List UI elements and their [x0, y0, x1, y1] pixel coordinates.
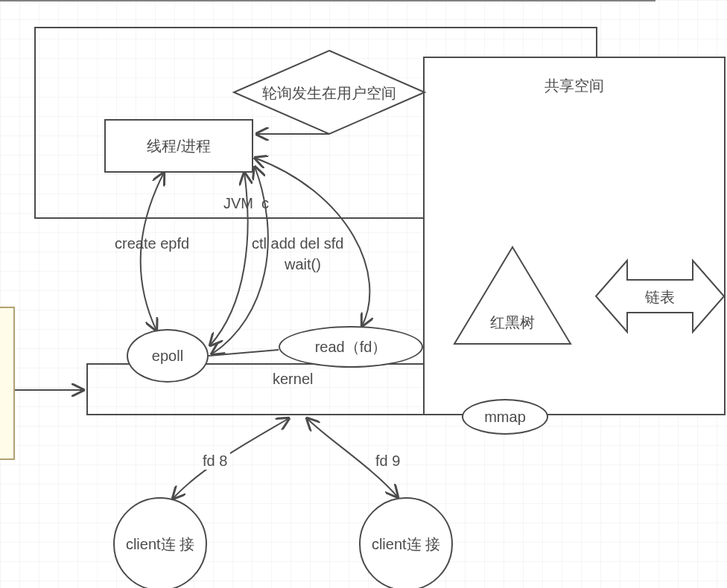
- epoll-node: epoll: [127, 329, 209, 383]
- client-connection-1-label: client连 接: [126, 535, 194, 553]
- epoll-node-label: epoll: [152, 348, 183, 365]
- rb-tree-label: 红黑树: [453, 313, 572, 333]
- shared-space-title: 共享空间: [425, 76, 724, 96]
- jvm-box-label: JVM c: [223, 195, 269, 212]
- mmap-node: mmap: [462, 399, 548, 435]
- edge-label-fd9: fd 9: [372, 453, 403, 470]
- linked-list-shape: 链表: [594, 258, 726, 335]
- mmap-node-label: mmap: [484, 409, 526, 426]
- client-connection-2-label: client连 接: [372, 535, 440, 553]
- diagram-canvas: JVM c kernel 共享空间 红黑树 链表 线程/进程 轮询发生在用户空间…: [0, 0, 727, 588]
- edge-label-fd8: fd 8: [200, 453, 230, 470]
- read-fd-node: read（fd）: [279, 326, 423, 368]
- polling-diamond: 轮询发生在用户空间: [232, 49, 426, 135]
- rb-tree-shape: 红黑树: [453, 246, 572, 345]
- read-fd-node-label: read（fd）: [315, 337, 387, 357]
- edge-fd8: [173, 418, 289, 499]
- polling-diamond-label: 轮询发生在用户空间: [232, 83, 426, 103]
- client-connection-1: client连 接: [113, 497, 207, 588]
- offscreen-top-line: [0, 0, 655, 1]
- shared-space-box: 共享空间: [423, 57, 726, 415]
- edge-label-ctl-add: ctl add del sfd: [252, 235, 343, 252]
- edge-epoll-readfd: [209, 350, 279, 356]
- thread-process-label: 线程/进程: [147, 136, 211, 156]
- client-connection-2: client连 接: [359, 497, 453, 588]
- edge-label-create-epfd: create epfd: [115, 235, 189, 252]
- offscreen-left-box: [0, 307, 15, 460]
- edge-label-wait: wait(): [285, 256, 321, 273]
- thread-process-box: 线程/进程: [104, 119, 253, 173]
- kernel-box-label: kernel: [273, 371, 313, 388]
- linked-list-label: 链表: [594, 287, 726, 307]
